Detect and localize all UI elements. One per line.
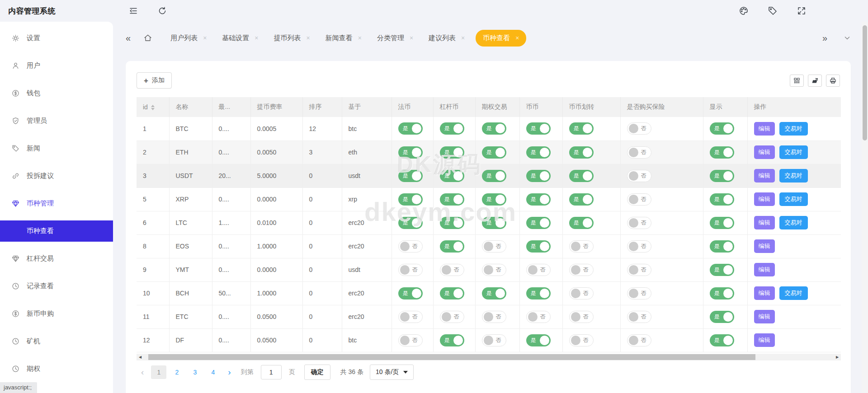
sidebar-item-records[interactable]: 记录查看 xyxy=(0,272,113,300)
column-header[interactable]: id xyxy=(137,97,169,117)
toggle-on[interactable]: 是 xyxy=(526,146,551,159)
edit-button[interactable]: 编辑 xyxy=(754,333,775,347)
tab-basic-settings[interactable]: 基础设置× xyxy=(217,30,263,46)
edit-button[interactable]: 编辑 xyxy=(754,286,775,300)
edit-button[interactable]: 编辑 xyxy=(754,239,775,253)
tabs-scroll-right-icon[interactable]: » xyxy=(822,33,827,42)
toggle-off[interactable]: 否 xyxy=(627,193,651,206)
toggle-on[interactable]: 是 xyxy=(710,264,734,276)
pair-button[interactable]: 交易对 xyxy=(779,192,808,206)
toggle-on[interactable]: 是 xyxy=(526,122,551,135)
toggle-off[interactable]: 否 xyxy=(569,334,594,346)
toggle-off[interactable]: 否 xyxy=(398,240,423,253)
toggle-on[interactable]: 是 xyxy=(710,240,734,253)
toggle-on[interactable]: 是 xyxy=(710,217,734,229)
toggle-off[interactable]: 否 xyxy=(482,264,506,276)
tab-withdraw-list[interactable]: 提币列表× xyxy=(269,30,315,46)
pair-button[interactable]: 交易对 xyxy=(779,145,808,159)
sidebar-item-option[interactable]: 期权 xyxy=(0,355,113,383)
sidebar-item-users[interactable]: 用户 xyxy=(0,52,113,80)
edit-button[interactable]: 编辑 xyxy=(754,122,775,136)
collapse-menu-icon[interactable] xyxy=(128,6,138,16)
close-icon[interactable]: × xyxy=(203,35,207,41)
toggle-on[interactable]: 是 xyxy=(526,334,551,346)
toggle-on[interactable]: 是 xyxy=(398,217,423,229)
tab-suggest-list[interactable]: 建议列表× xyxy=(424,30,469,46)
sidebar-item-miner[interactable]: 矿机 xyxy=(0,328,113,355)
tag-icon[interactable] xyxy=(768,6,778,16)
toggle-off[interactable]: 否 xyxy=(569,287,594,299)
edit-button[interactable]: 编辑 xyxy=(754,263,775,276)
toggle-off[interactable]: 否 xyxy=(627,240,651,253)
home-icon[interactable] xyxy=(143,33,152,42)
sidebar-item-lever-trade[interactable]: 杠杆交易 xyxy=(0,245,113,272)
close-icon[interactable]: × xyxy=(461,35,465,41)
theme-palette-icon[interactable] xyxy=(739,6,749,16)
edit-button[interactable]: 编辑 xyxy=(754,192,775,206)
sidebar-item-new-coin[interactable]: 新币申购 xyxy=(0,300,113,328)
toggle-off[interactable]: 否 xyxy=(569,311,594,323)
toggle-on[interactable]: 是 xyxy=(710,193,734,206)
toggle-off[interactable]: 否 xyxy=(482,311,506,323)
next-page-icon[interactable]: › xyxy=(223,367,235,377)
toggle-on[interactable]: 是 xyxy=(710,146,734,159)
page-number[interactable]: 3 xyxy=(187,365,203,379)
toggle-on[interactable]: 是 xyxy=(440,240,464,253)
scroll-right-arrow-icon[interactable]: ▶ xyxy=(834,354,841,360)
toggle-off[interactable]: 否 xyxy=(627,287,651,299)
toggle-on[interactable]: 是 xyxy=(526,170,551,182)
page-number[interactable]: 4 xyxy=(205,365,221,379)
toggle-off[interactable]: 否 xyxy=(526,264,551,276)
export-icon[interactable] xyxy=(808,75,822,87)
toggle-on[interactable]: 是 xyxy=(526,193,551,206)
close-icon[interactable]: × xyxy=(255,35,258,41)
pair-button[interactable]: 交易对 xyxy=(779,169,808,182)
vertical-scrollbar[interactable] xyxy=(862,22,868,393)
fullscreen-icon[interactable] xyxy=(797,6,807,16)
sidebar-item-coin-view[interactable]: 币种查看 xyxy=(0,220,113,242)
scroll-left-arrow-icon[interactable]: ◀ xyxy=(137,354,144,360)
vertical-scrollbar-thumb[interactable] xyxy=(863,25,867,140)
toggle-on[interactable]: 是 xyxy=(398,122,423,135)
toggle-off[interactable]: 否 xyxy=(627,311,651,323)
page-size-select[interactable]: 10 条/页 xyxy=(370,365,414,380)
toggle-on[interactable]: 是 xyxy=(482,287,506,299)
toggle-on[interactable]: 是 xyxy=(440,146,464,159)
refresh-icon[interactable] xyxy=(157,6,167,16)
sidebar-item-feedback[interactable]: 投拆建议 xyxy=(0,162,113,190)
toggle-on[interactable]: 是 xyxy=(440,170,464,182)
toggle-on[interactable]: 是 xyxy=(398,170,423,182)
toggle-on[interactable]: 是 xyxy=(569,170,594,182)
tab-news-view[interactable]: 新闻查看× xyxy=(321,30,366,46)
edit-button[interactable]: 编辑 xyxy=(754,216,775,229)
scrollbar-track[interactable] xyxy=(144,354,834,360)
sidebar-item-wallet[interactable]: 钱包 xyxy=(0,80,113,107)
goto-page-input[interactable] xyxy=(261,365,282,379)
toggle-on[interactable]: 是 xyxy=(710,287,734,299)
toggle-off[interactable]: 否 xyxy=(398,264,423,276)
edit-button[interactable]: 编辑 xyxy=(754,310,775,323)
confirm-button[interactable]: 确定 xyxy=(304,365,330,380)
toggle-on[interactable]: 是 xyxy=(440,122,464,135)
page-number[interactable]: 1 xyxy=(151,365,166,379)
toggle-off[interactable]: 否 xyxy=(398,311,423,323)
toggle-on[interactable]: 是 xyxy=(482,122,506,135)
close-icon[interactable]: × xyxy=(515,35,519,41)
toggle-off[interactable]: 否 xyxy=(482,240,506,253)
toggle-on[interactable]: 是 xyxy=(569,217,594,229)
sort-carets-icon[interactable] xyxy=(151,105,155,110)
toggle-on[interactable]: 是 xyxy=(526,240,551,253)
tab-user-list[interactable]: 用户列表× xyxy=(166,30,211,46)
toggle-on[interactable]: 是 xyxy=(482,146,506,159)
toggle-off[interactable]: 否 xyxy=(569,240,594,253)
close-icon[interactable]: × xyxy=(358,35,362,41)
toggle-on[interactable]: 是 xyxy=(440,287,464,299)
toggle-on[interactable]: 是 xyxy=(710,122,734,135)
toggle-off[interactable]: 否 xyxy=(526,311,551,323)
pair-button[interactable]: 交易对 xyxy=(779,286,808,300)
toggle-off[interactable]: 否 xyxy=(398,334,423,346)
toggle-off[interactable]: 否 xyxy=(440,311,464,323)
toggle-on[interactable]: 是 xyxy=(569,146,594,159)
sidebar-item-admins[interactable]: 管理员 xyxy=(0,107,113,135)
toggle-off[interactable]: 否 xyxy=(482,334,506,346)
